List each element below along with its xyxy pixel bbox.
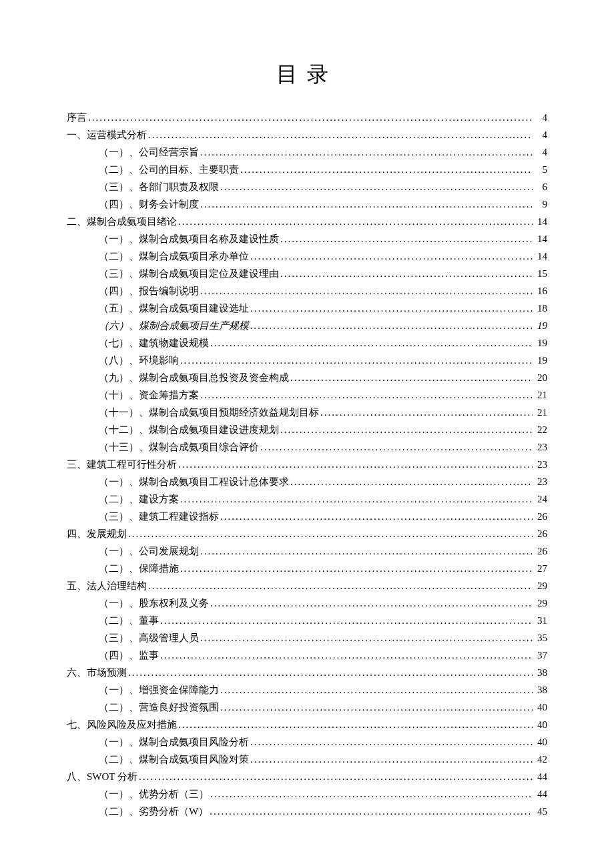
toc-entry-text: （一）、优势分析（三） — [99, 786, 209, 802]
toc-entry: （二）、公司的目标、主要职责5 — [67, 161, 547, 177]
toc-entry: 五、法人治理结构29 — [67, 578, 547, 594]
toc-entry: （一）、优势分析（三）44 — [67, 786, 547, 802]
toc-entry-text: 六、市场预测 — [67, 665, 127, 681]
toc-entry-text: 三、建筑工程可行性分析 — [67, 456, 177, 472]
toc-entry: （五）、煤制合成氨项目建设选址18 — [67, 300, 547, 316]
toc-dots — [240, 161, 533, 177]
toc-entry-text: （二）、公司的目标、主要职责 — [99, 161, 239, 177]
toc-entry-text: （二）、营造良好投资氛围 — [99, 699, 219, 715]
toc-dots — [128, 665, 533, 681]
toc-page-number: 38 — [534, 682, 547, 698]
toc-entry: （十）、资金筹措方案21 — [67, 387, 547, 403]
toc-entry-text: （十）、资金筹措方案 — [99, 387, 199, 403]
toc-dots — [250, 318, 533, 334]
toc-entry: （二）、董事31 — [67, 612, 547, 628]
toc-dots — [200, 630, 533, 646]
toc-entry-text: 四、发展规划 — [67, 526, 127, 542]
toc-entry-text: （二）、保障措施 — [99, 560, 179, 576]
toc-page-number: 26 — [534, 526, 547, 542]
toc-dots — [200, 144, 533, 160]
toc-entry-text: （四）、财务会计制度 — [99, 196, 199, 212]
toc-entry: （八）、环境影响19 — [67, 352, 547, 368]
toc-page-number: 26 — [534, 543, 547, 559]
toc-entry: （一）、股东权利及义务29 — [67, 595, 547, 611]
toc-entry-text: 序言 — [67, 109, 87, 125]
toc-page-number: 35 — [534, 630, 547, 646]
toc-entry-text: （一）、公司经营宗旨 — [99, 144, 199, 160]
toc-dots — [220, 508, 533, 524]
toc-entry-text: 八、SWOT 分析 — [67, 769, 137, 785]
toc-dots — [148, 127, 533, 143]
toc-dots — [250, 734, 533, 750]
toc-entry-text: （二）、煤制合成氨项目承办单位 — [99, 248, 249, 264]
toc-dots — [210, 786, 533, 802]
toc-entry-text: （一）、煤制合成氨项目工程设计总体要求 — [99, 474, 289, 490]
toc-entry: （十三）、煤制合成氨项目综合评价23 — [67, 439, 547, 455]
toc-page-number: 23 — [534, 439, 547, 455]
toc-dots — [160, 612, 533, 628]
toc-page-number: 19 — [534, 352, 547, 368]
toc-page-number: 16 — [534, 283, 547, 299]
toc-page-number: 21 — [534, 404, 547, 420]
toc-page-number: 19 — [534, 335, 547, 351]
toc-entry-text: （十一）、煤制合成氨项目预期经济效益规划目标 — [99, 404, 319, 420]
toc-dots — [210, 803, 533, 819]
toc-entry: 三、建筑工程可行性分析23 — [67, 456, 547, 472]
toc-entry: 四、发展规划26 — [67, 526, 547, 542]
toc-entry: （二）、劣势分析（W）45 — [67, 803, 547, 819]
toc-entry: 二、煤制合成氨项目绪论14 — [67, 213, 547, 230]
toc-dots — [178, 456, 533, 472]
toc-entry: （一）、煤制合成氨项目风险分析40 — [67, 734, 547, 750]
toc-page-number: 38 — [534, 665, 547, 681]
toc-page-number: 5 — [534, 161, 547, 177]
toc-title: 目录 — [67, 60, 547, 89]
toc-entry-text: （二）、劣势分析（W） — [99, 803, 208, 819]
toc-entry: （二）、建设方案24 — [67, 491, 547, 507]
toc-entry-text: （一）、增强资金保障能力 — [99, 682, 219, 698]
toc-page-number: 40 — [534, 734, 547, 750]
toc-entry-text: （八）、环境影响 — [99, 352, 179, 368]
toc-dots — [260, 439, 533, 455]
toc-page-number: 14 — [534, 213, 547, 230]
toc-entry: （四）、报告编制说明16 — [67, 283, 547, 299]
toc-page-number: 23 — [534, 474, 547, 490]
toc-entry: 八、SWOT 分析44 — [67, 769, 547, 785]
toc-dots — [200, 543, 533, 559]
toc-page-number: 20 — [534, 370, 547, 386]
toc-dots — [180, 560, 533, 576]
toc-entry-text: 二、煤制合成氨项目绪论 — [67, 213, 177, 230]
toc-dots — [160, 647, 533, 663]
toc-entry-text: （一）、股东权利及义务 — [99, 595, 209, 611]
toc-entry-text: （四）、监事 — [99, 647, 159, 663]
toc-entry: （一）、煤制合成氨项目名称及建设性质14 — [67, 231, 547, 247]
toc-dots — [200, 283, 533, 299]
toc-entry: （一）、公司经营宗旨4 — [67, 144, 547, 160]
toc-entry: （十二）、煤制合成氨项目建设进度规划22 — [67, 422, 547, 438]
toc-page-number: 44 — [534, 786, 547, 802]
toc-page-number: 26 — [534, 508, 547, 524]
toc-page-number: 40 — [534, 717, 547, 733]
toc-page-number: 21 — [534, 387, 547, 403]
toc-entry-text: （三）、建筑工程建设指标 — [99, 508, 219, 524]
toc-entry-text: （二）、建设方案 — [99, 491, 179, 507]
toc-page-number: 31 — [534, 612, 547, 628]
toc-dots — [210, 595, 533, 611]
toc-page-number: 27 — [534, 560, 547, 576]
toc-entry-text: （六）、煤制合成氨项目生产规模 — [99, 318, 249, 334]
toc-entry-text: 五、法人治理结构 — [67, 578, 147, 594]
toc-dots — [148, 578, 533, 594]
toc-dots — [290, 474, 533, 490]
toc-entry-text: （一）、公司发展规划 — [99, 543, 199, 559]
toc-dots — [320, 404, 533, 420]
toc-entry-text: 一、运营模式分析 — [67, 127, 147, 143]
toc-page-number: 18 — [534, 300, 547, 316]
toc-entry: （二）、煤制合成氨项目承办单位14 — [67, 248, 547, 264]
toc-page-number: 15 — [534, 266, 547, 282]
toc-entry: （十一）、煤制合成氨项目预期经济效益规划目标21 — [67, 404, 547, 420]
toc-dots — [139, 769, 533, 785]
toc-page-number: 23 — [534, 456, 547, 472]
toc-page-number: 29 — [534, 578, 547, 594]
toc-entry: 序言4 — [67, 109, 547, 125]
toc-dots — [250, 751, 533, 767]
toc-entry: （四）、监事37 — [67, 647, 547, 663]
